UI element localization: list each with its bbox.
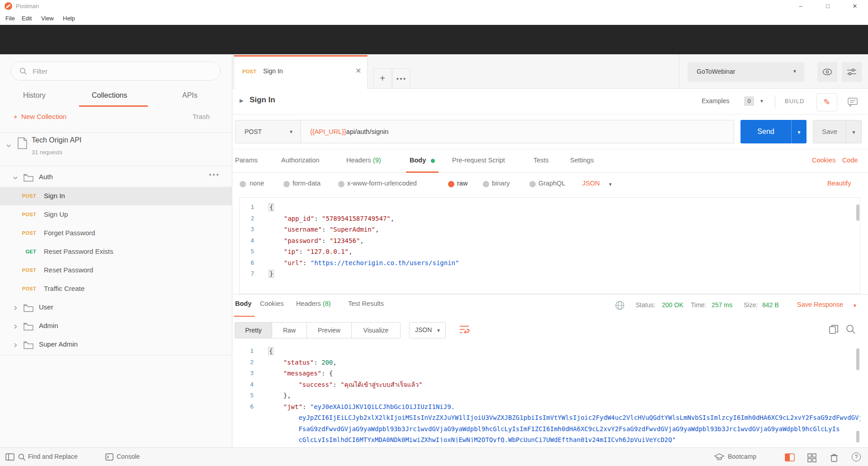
close-button[interactable]: ✕	[844, 0, 865, 12]
more-options-icon[interactable]: ●●●	[209, 172, 220, 177]
body-active-dot	[431, 159, 435, 163]
help-icon[interactable]: ?	[852, 452, 861, 461]
tab-options-icon[interactable]: ●●●	[392, 68, 410, 88]
save-options-button[interactable]: ▼	[846, 120, 862, 143]
environment-quick-look-button[interactable]	[817, 62, 837, 82]
sidebar-item-user-folder[interactable]: User	[0, 299, 232, 317]
menu-help[interactable]: Help	[63, 15, 75, 22]
code-link[interactable]: Code	[842, 157, 858, 164]
beautify-link[interactable]: Beautify	[827, 180, 851, 187]
sidebar-item-auth-folder[interactable]: Auth ●●●	[0, 168, 232, 187]
menu-file[interactable]: File	[5, 15, 15, 22]
copy-icon[interactable]	[828, 324, 839, 335]
view-tab-visualize[interactable]: Visualize	[352, 323, 400, 338]
view-tab-raw[interactable]: Raw	[272, 323, 307, 338]
tab-collections[interactable]: Collections	[92, 91, 127, 100]
tab-params[interactable]: Params	[235, 157, 258, 164]
grid-layout-icon[interactable]	[807, 453, 816, 462]
save-button[interactable]: Save	[813, 120, 846, 143]
response-view-bar: Pretty Raw Preview Visualize JSON ▼	[232, 317, 868, 342]
maximize-button[interactable]: □	[817, 0, 838, 12]
close-tab-icon[interactable]: ✕	[355, 67, 361, 75]
save-response-button[interactable]: Save Response	[797, 301, 843, 308]
tab-tests[interactable]: Tests	[533, 157, 549, 164]
response-body-editor[interactable]: 1{2 "status": 200,3 "messages": {4 "succ…	[239, 342, 860, 442]
scrollbar-thumb[interactable]	[856, 204, 859, 221]
toggle-sidebar-icon[interactable]	[5, 453, 14, 461]
menu-edit[interactable]: Edit	[22, 15, 32, 22]
folder-name: Admin	[39, 322, 58, 329]
collection-chevron-down-icon[interactable]	[6, 143, 11, 148]
url-input[interactable]: {{API_URL}}api/auth/signin	[301, 120, 734, 143]
sidebar-item-super-admin-folder[interactable]: Super Admin	[0, 336, 232, 354]
chevron-down-icon[interactable]: ▼	[608, 182, 613, 187]
tab-headers[interactable]: Headers (9)	[346, 157, 381, 164]
sidebar-item-admin-folder[interactable]: Admin	[0, 317, 232, 336]
tab-settings[interactable]: Settings	[570, 157, 594, 164]
response-tab-body[interactable]: Body	[235, 300, 251, 307]
environment-selector[interactable]: GoToWebinar ▼	[688, 62, 804, 82]
comments-button[interactable]	[843, 93, 863, 111]
method-selector[interactable]: POST ▼	[235, 120, 301, 143]
trash-icon[interactable]	[830, 453, 838, 462]
tab-body[interactable]: Body	[410, 157, 426, 164]
minimize-button[interactable]: –	[790, 0, 811, 12]
postman-logo-icon	[5, 2, 12, 10]
view-tab-preview[interactable]: Preview	[307, 323, 352, 338]
scrollbar-thumb[interactable]	[856, 431, 859, 442]
bootcamp-button[interactable]: Bootcamp	[728, 453, 756, 460]
sidebar-item-reset-password-exists[interactable]: GET Reset Password Exists	[0, 243, 232, 261]
edit-mode-button[interactable]: ✎	[816, 93, 837, 111]
add-tab-button[interactable]: +	[373, 68, 392, 88]
response-tab-headers[interactable]: Headers (8)	[296, 300, 331, 307]
chevron-down-icon[interactable]: ▼	[853, 303, 857, 308]
folder-icon	[24, 323, 33, 331]
response-tab-cookies[interactable]: Cookies	[260, 300, 283, 307]
sidebar-item-sign-in[interactable]: POST Sign In	[0, 187, 232, 205]
new-collection-button[interactable]: + New Collection	[14, 113, 66, 120]
code-line: 2 "status": 200,	[239, 357, 860, 368]
sidebar-item-sign-up[interactable]: POST Sign Up	[0, 205, 232, 224]
tab-sign-in[interactable]: POST Sign In ✕	[234, 55, 368, 89]
search-icon[interactable]	[845, 324, 856, 335]
body-format-selector[interactable]: JSON	[582, 180, 600, 187]
tab-history[interactable]: History	[23, 91, 46, 100]
scrollbar-thumb[interactable]	[856, 348, 859, 370]
two-pane-view-icon[interactable]	[785, 453, 795, 461]
cookies-link[interactable]: Cookies	[812, 157, 835, 164]
send-button[interactable]: Send	[741, 120, 791, 143]
radio-graphql[interactable]	[529, 181, 536, 187]
send-options-button[interactable]: ▼	[791, 120, 807, 143]
response-format-selector[interactable]: JSON ▼	[409, 322, 446, 338]
tab-authorization[interactable]: Authorization	[281, 157, 320, 164]
response-tab-test-results[interactable]: Test Results	[348, 300, 384, 307]
chevron-down-icon[interactable]: ▼	[760, 99, 764, 104]
radio-raw[interactable]	[448, 181, 454, 187]
view-tab-pretty[interactable]: Pretty	[235, 323, 272, 338]
radio-form-data[interactable]	[283, 181, 290, 187]
tab-apis[interactable]: APIs	[182, 91, 198, 100]
line-number: 3	[239, 368, 254, 379]
status-label: Status:	[636, 301, 656, 309]
menu-view[interactable]: View	[41, 15, 54, 22]
radio-x-www-form-urlencoded[interactable]	[338, 181, 344, 187]
environment-settings-button[interactable]	[842, 62, 862, 82]
build-mode-label[interactable]: BUILD	[785, 98, 804, 105]
sidebar-item-forget-password[interactable]: POST Forget Password	[0, 224, 232, 243]
radio-binary[interactable]	[483, 181, 489, 187]
sidebar-item-reset-password[interactable]: POST Reset Password	[0, 261, 232, 280]
find-and-replace-button[interactable]: Find and Replace	[28, 453, 78, 460]
trash-link[interactable]: Trash	[193, 113, 210, 120]
wrap-text-icon[interactable]	[458, 324, 470, 335]
radio-none[interactable]	[240, 181, 246, 187]
tab-pre-request-script[interactable]: Pre-request Script	[452, 157, 505, 164]
examples-label[interactable]: Examples	[702, 97, 729, 105]
request-body-editor[interactable]: 1{2 "app_id": "5789541587749547",3 "user…	[239, 197, 860, 294]
filter-input[interactable]	[33, 67, 204, 75]
collection-name[interactable]: Tech Origin API	[32, 136, 81, 144]
disclosure-triangle-icon[interactable]: ▶	[240, 98, 243, 104]
filter-search-box[interactable]	[11, 62, 221, 81]
line-number: 4	[239, 379, 254, 390]
console-button[interactable]: Console	[117, 453, 140, 460]
sidebar-item-traffic-create[interactable]: POST Traffic Create	[0, 280, 232, 298]
